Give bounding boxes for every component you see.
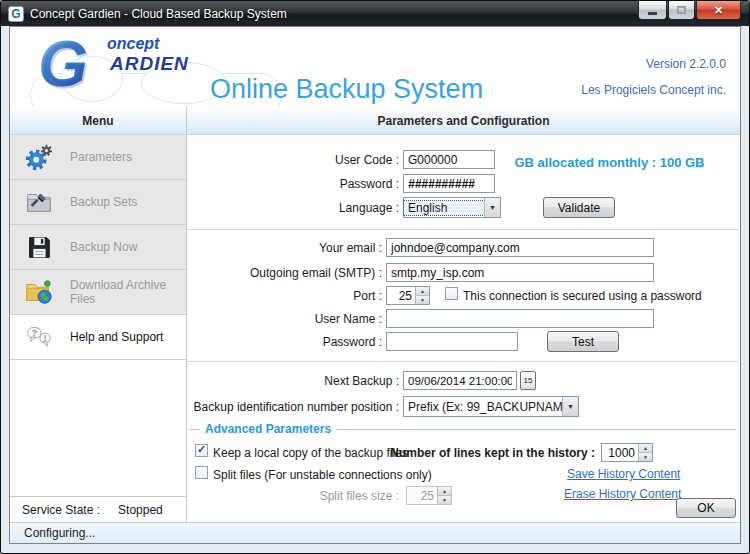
sidebar-item-parameters[interactable]: Parameters: [10, 135, 186, 180]
gears-icon: [24, 142, 54, 172]
chevron-down-icon[interactable]: ▼: [562, 397, 578, 416]
close-x-icon: ✕: [714, 4, 723, 17]
sidebar-item-help-support[interactable]: ? ! Help and Support: [10, 315, 186, 360]
id-position-label: Backup identification number position :: [187, 400, 399, 414]
id-position-selected-value: Prefix (Ex: 99_BACKUPNAME): [404, 400, 562, 414]
section-divider: [187, 229, 738, 230]
service-state: Service State : Stopped: [10, 496, 186, 522]
app-window: G Concept Gardien - Cloud Based Backup S…: [0, 0, 750, 554]
history-lines-label: Number of lines kept in the history :: [337, 446, 595, 460]
sidebar-item-label: Parameters: [70, 150, 132, 164]
smtp-user-name-label: User Name :: [187, 312, 382, 326]
folder-tools-icon: [24, 187, 54, 217]
language-selected-value: English: [404, 201, 484, 215]
brand-logo-line1: oncept: [107, 35, 159, 53]
sidebar: Menu Parameters: [10, 107, 187, 522]
your-email-input[interactable]: [386, 238, 654, 257]
spinner-down-icon[interactable]: ▼: [416, 296, 429, 304]
service-state-value: Stopped: [118, 503, 163, 517]
sidebar-header: Menu: [10, 107, 186, 135]
close-button[interactable]: ✕: [696, 1, 741, 20]
calendar-picker-icon[interactable]: 15: [520, 371, 536, 390]
svg-text:?: ?: [32, 328, 37, 338]
next-backup-input[interactable]: [403, 371, 517, 390]
advanced-parameters-title: Advanced Parameters: [199, 422, 337, 436]
version-label: Version 2.2.0.0: [646, 57, 726, 71]
advanced-parameters-legend: Advanced Parameters: [189, 422, 736, 436]
quota-text: GB allocated monthly : 100 GB: [477, 155, 742, 170]
keep-local-copy-checkbox[interactable]: [195, 444, 208, 457]
banner: G oncept ARDIEN Online Backup System Ver…: [10, 27, 740, 107]
app-logo-icon: G: [8, 6, 24, 22]
split-files-checkbox[interactable]: [195, 466, 208, 479]
port-value[interactable]: [387, 287, 415, 304]
validate-button[interactable]: Validate: [543, 197, 615, 218]
ok-button[interactable]: OK: [676, 498, 736, 518]
minimize-button[interactable]: [638, 1, 667, 20]
save-history-link[interactable]: Save History Content: [567, 467, 680, 481]
spinner-down-icon: ▼: [438, 496, 451, 504]
spinner-up-icon: ▲: [438, 487, 451, 496]
chevron-down-icon[interactable]: ▼: [484, 198, 500, 217]
main-header: Parameters and Configuration: [187, 107, 740, 135]
smtp-password-label: Password :: [187, 335, 382, 349]
erase-history-link[interactable]: Erase History Content: [564, 487, 681, 501]
spinner-up-icon[interactable]: ▲: [416, 287, 429, 296]
port-label: Port :: [187, 289, 382, 303]
history-lines-value[interactable]: [602, 444, 638, 461]
split-files-label: Split files (For unstable connections on…: [213, 468, 432, 482]
port-stepper[interactable]: ▲▼: [386, 286, 430, 305]
sidebar-item-label: Backup Sets: [70, 195, 137, 209]
split-size-value: [407, 487, 437, 504]
language-select[interactable]: English ▼: [403, 197, 501, 218]
split-size-label: Split files size :: [187, 489, 399, 503]
sidebar-item-label: Backup Now: [70, 240, 137, 254]
spinner-up-icon[interactable]: ▲: [639, 444, 652, 453]
client-area: G oncept ARDIEN Online Backup System Ver…: [9, 26, 741, 544]
window-title: Concept Gardien - Cloud Based Backup Sys…: [30, 7, 287, 21]
id-position-select[interactable]: Prefix (Ex: 99_BACKUPNAME) ▼: [403, 396, 579, 417]
sidebar-filler: [10, 360, 186, 496]
smtp-label: Outgoing email (SMTP) :: [187, 266, 382, 280]
smtp-password-input[interactable]: [386, 332, 518, 351]
maximize-icon: [677, 6, 686, 14]
smtp-input[interactable]: [386, 263, 654, 282]
parameters-form: User Code : Password : Language : Englis…: [187, 135, 740, 522]
sidebar-item-backup-now[interactable]: Backup Now: [10, 225, 186, 270]
secured-connection-checkbox[interactable]: [445, 287, 458, 300]
sidebar-item-download-archive[interactable]: Download Archive Files: [10, 270, 186, 315]
floppy-disk-icon: [24, 232, 54, 262]
help-bubbles-icon: ? !: [24, 322, 54, 352]
minimize-icon: [648, 12, 657, 15]
spinner-down-icon[interactable]: ▼: [639, 453, 652, 461]
section-divider: [187, 361, 738, 362]
status-text: Configuring...: [24, 526, 95, 540]
page-title: Online Backup System: [210, 74, 483, 105]
sidebar-item-label: Download Archive Files: [70, 278, 186, 306]
company-label: Les Progiciels Concept inc.: [581, 83, 726, 97]
your-email-label: Your email :: [187, 241, 382, 255]
status-bar: Configuring...: [10, 522, 740, 543]
account-password-input[interactable]: [403, 174, 495, 193]
title-bar: G Concept Gardien - Cloud Based Backup S…: [1, 1, 749, 26]
brand-logo-g: G: [38, 27, 88, 101]
test-button[interactable]: Test: [547, 331, 619, 352]
user-code-label: User Code :: [187, 153, 399, 167]
history-lines-stepper[interactable]: ▲▼: [601, 443, 653, 462]
language-label: Language :: [187, 201, 399, 215]
account-password-label: Password :: [187, 177, 399, 191]
sidebar-item-backup-sets[interactable]: Backup Sets: [10, 180, 186, 225]
next-backup-label: Next Backup :: [187, 374, 399, 388]
secured-connection-label: This connection is secured using a passw…: [463, 289, 702, 303]
folder-globe-icon: [24, 277, 54, 307]
smtp-user-name-input[interactable]: [386, 309, 654, 328]
maximize-button[interactable]: [668, 1, 695, 20]
svg-text:!: !: [44, 333, 47, 343]
split-size-stepper: ▲▼: [406, 486, 452, 505]
sidebar-item-label: Help and Support: [70, 330, 163, 344]
brand-logo-line2: ARDIEN: [110, 53, 189, 75]
main-panel: Parameters and Configuration User Code :…: [187, 107, 740, 522]
service-state-label: Service State :: [22, 503, 100, 517]
